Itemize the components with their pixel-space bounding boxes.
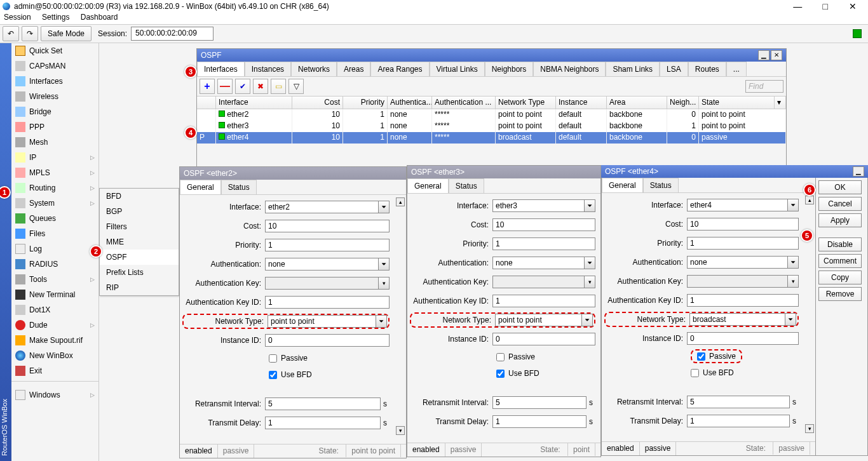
tab[interactable]: Areas [337,62,370,76]
sidebar-item[interactable]: Routing▷ [11,180,98,196]
cost-field[interactable] [265,220,390,232]
grid-row[interactable]: ether2 10 1 none ***** point to point de… [197,109,786,121]
window-title[interactable]: OSPF <ether4>▁ [601,165,868,178]
usebfd-checkbox[interactable] [269,371,277,379]
window-title[interactable]: OSPF <ether3> [407,166,600,178]
ospf-window-title[interactable]: OSPF ▁✕ [197,49,786,62]
transmit-field[interactable] [492,415,587,428]
col-auth[interactable]: Authentica... [388,97,432,109]
sidebar-item[interactable]: Wireless [11,89,98,104]
close-icon[interactable]: ✕ [771,50,782,60]
interface-field[interactable] [687,199,799,211]
tab[interactable]: LSA [660,62,688,76]
comment-button[interactable]: ▭ [271,79,286,94]
filter-button[interactable]: ▽ [288,79,304,94]
tab[interactable]: Instances [245,62,291,76]
comment-button[interactable]: Comment [818,254,862,268]
sidebar-item[interactable]: Make Supout.rif [11,333,98,348]
sidebar-item[interactable]: RADIUS [11,257,98,272]
authkey-field[interactable] [265,277,390,290]
submenu-item-ospf[interactable]: OSPF [100,250,179,265]
submenu-item[interactable]: BGP [100,204,179,219]
priority-field[interactable] [492,237,595,250]
sidebar-item[interactable]: CAPsMAN [11,58,98,74]
tab[interactable]: Neighbors [485,62,534,76]
ntype-field[interactable] [268,315,387,328]
up-arrow-icon[interactable]: ▴ [396,197,405,206]
find-input[interactable]: Find [745,80,783,93]
cancel-button[interactable]: Cancel [818,197,862,211]
ntype-field[interactable] [495,314,593,326]
sidebar-item[interactable]: Tools▷ [11,272,98,287]
remove-button[interactable]: — [217,79,233,94]
add-button[interactable]: + [200,79,215,94]
minimize-button[interactable]: — [785,1,810,11]
tab[interactable]: Networks [291,62,337,76]
up-arrow-icon[interactable]: ▴ [805,196,814,204]
tab[interactable]: Virtual Links [430,62,485,76]
submenu-item[interactable]: MME [100,234,179,250]
sidebar-item[interactable]: PPP [11,119,98,135]
dropdown-icon[interactable]: ⏷ [378,258,390,271]
retransmit-field[interactable] [492,396,587,409]
sidebar-item[interactable]: Interfaces [11,74,98,89]
tab-status[interactable]: Status [449,178,484,193]
passive-checkbox[interactable] [269,354,277,363]
priority-field[interactable] [687,237,799,250]
sidebar-item[interactable]: Files [11,226,98,241]
sidebar-item[interactable]: Windows▷ [11,387,98,403]
redo-button[interactable]: ↷ [22,26,38,41]
instid-field[interactable] [492,333,595,345]
passive-checkbox[interactable] [697,352,705,361]
tab-status[interactable]: Status [643,178,679,192]
maximize-button[interactable]: □ [813,1,838,11]
tab-more[interactable]: ... [726,62,747,76]
auth-field[interactable] [265,258,390,271]
col-ntype[interactable]: Network Type [496,97,556,109]
disable-button[interactable]: ✖ [253,79,268,94]
retransmit-field[interactable] [265,398,381,410]
tab-general[interactable]: General [180,180,221,194]
col-state[interactable]: State [699,97,775,109]
instid-field[interactable] [265,334,390,347]
tab-general[interactable]: General [407,178,449,193]
transmit-field[interactable] [265,417,381,429]
window-title[interactable]: OSPF <ether2> [180,167,406,180]
instid-field[interactable] [687,332,799,345]
grid-row-selected[interactable]: P ether4 10 1 none ***** broadcast defau… [197,132,786,144]
usebfd-checkbox[interactable] [691,369,699,377]
interface-field[interactable] [265,201,390,213]
col-area[interactable]: Area [607,97,667,109]
passive-checkbox[interactable] [496,353,505,361]
submenu-item[interactable]: Prefix Lists [100,265,179,280]
dropdown-icon[interactable]: ⏷ [378,201,390,213]
tab-interfaces[interactable]: Interfaces [197,62,245,76]
cost-field[interactable] [687,218,799,230]
sidebar-item[interactable]: New WinBox [11,348,98,363]
retransmit-field[interactable] [687,396,790,408]
sidebar-item[interactable]: Dude▷ [11,317,98,333]
authkeyid-field[interactable] [492,295,595,307]
ntype-field[interactable] [689,313,796,326]
authkey-field[interactable] [492,276,595,288]
col-menu[interactable]: ▾ [775,97,786,109]
minimize-icon[interactable]: ▁ [758,50,770,60]
sidebar-item[interactable]: New Terminal [11,287,98,302]
close-button[interactable]: ✕ [840,1,865,11]
col-priority[interactable]: Priority [343,97,388,109]
transmit-field[interactable] [687,415,790,427]
submenu-item[interactable]: RIP [100,280,179,295]
usebfd-checkbox[interactable] [496,370,505,378]
auth-field[interactable] [687,256,799,269]
authkey-field[interactable] [687,275,799,288]
grid-row[interactable]: ether3 10 1 none ***** point to point de… [197,121,786,132]
sidebar-item[interactable]: Bridge [11,104,98,119]
tab[interactable]: Area Ranges [370,62,429,76]
sidebar-item[interactable]: Log [11,241,98,257]
col-authkey[interactable]: Authentication ... [432,97,496,109]
sidebar-item[interactable]: Queues [11,211,98,226]
remove-button[interactable]: Remove [818,287,862,301]
col-interface[interactable]: Interface [216,97,292,109]
sidebar-item[interactable]: IP▷ [11,150,98,165]
dropdown-icon[interactable]: ⏷ [376,315,387,328]
